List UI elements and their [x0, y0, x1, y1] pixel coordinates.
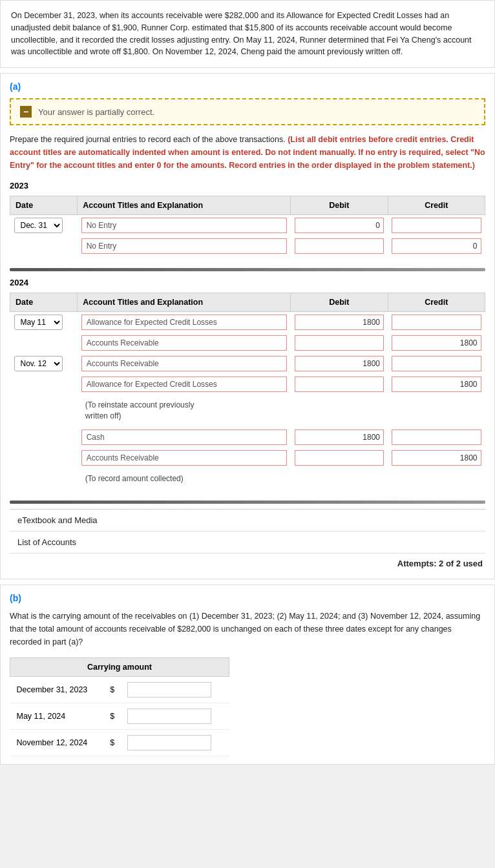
carrying-date-3: November 12, 2024: [10, 730, 104, 756]
credit-cell: [388, 448, 485, 468]
date-cell-empty: [10, 448, 78, 468]
th-date-2023: Date: [10, 196, 78, 215]
carrying-value-cell-1: [121, 677, 229, 703]
minus-icon: −: [20, 106, 32, 118]
table-row: Dec. 31: [10, 215, 485, 236]
section-a-label: (a): [10, 81, 485, 92]
table-row: [10, 427, 485, 448]
carrying-input-nov12[interactable]: [127, 735, 211, 750]
date-cell-empty: [10, 333, 78, 353]
credit-input-nov12-3[interactable]: [392, 429, 481, 445]
date-select-dec31[interactable]: Dec. 31: [14, 218, 63, 233]
credit-cell: [388, 353, 485, 374]
carrying-input-dec31[interactable]: [127, 682, 211, 698]
credit-cell: [388, 333, 485, 353]
section-b-question: What is the carrying amount of the recei…: [10, 610, 485, 648]
carrying-header: Carrying amount: [10, 658, 229, 677]
account-cell: [78, 215, 291, 236]
credit-input-2023-1[interactable]: [392, 218, 481, 233]
credit-cell: [388, 312, 485, 333]
account-input-nov12-4[interactable]: [81, 450, 287, 466]
credit-cell: [388, 427, 485, 448]
note-date-empty: [10, 468, 78, 490]
date-cell-empty: [10, 374, 78, 395]
note-date-empty: [10, 395, 78, 427]
problem-text: On December 31, 2023, when its accounts …: [0, 0, 495, 68]
table-row: December 31, 2023 $: [10, 677, 229, 703]
credit-input-2023-2[interactable]: [392, 238, 481, 254]
debit-input-nov12-1[interactable]: [295, 356, 384, 371]
debit-input-2023-2[interactable]: [295, 238, 384, 254]
account-input-may11-2[interactable]: [81, 335, 287, 351]
account-input-2023-2[interactable]: [81, 238, 287, 254]
account-cell: [78, 333, 291, 353]
credit-cell: [388, 215, 485, 236]
table-row: [10, 333, 485, 353]
table-row: [10, 236, 485, 256]
debit-input-2023-1[interactable]: [295, 218, 384, 233]
account-input-nov12-2[interactable]: [81, 377, 287, 392]
credit-input-nov12-1[interactable]: [392, 356, 481, 371]
carrying-input-may11[interactable]: [127, 708, 211, 724]
date-select-nov12[interactable]: Nov. 12: [14, 356, 63, 371]
table-row: May 11, 2024 $: [10, 703, 229, 730]
carrying-date-1: December 31, 2023: [10, 677, 104, 703]
account-cell: [78, 236, 291, 256]
instruction-text: Prepare the required journal entries to …: [10, 133, 485, 172]
th-debit-2023: Debit: [291, 196, 388, 215]
carrying-symbol-2: $: [103, 703, 121, 730]
partial-correct-msg: Your answer is partially correct.: [38, 107, 154, 117]
partial-correct-box: − Your answer is partially correct.: [10, 98, 485, 125]
date-cell: Dec. 31: [10, 215, 78, 236]
list-of-accounts-link[interactable]: List of Accounts: [10, 532, 485, 553]
debit-cell: [291, 312, 388, 333]
th-credit-2024: Credit: [388, 293, 485, 312]
debit-input-nov12-3[interactable]: [295, 429, 384, 445]
th-account-2023: Account Titles and Explanation: [78, 196, 291, 215]
date-cell: May 11: [10, 312, 78, 333]
note-cell: (To record amount collected): [78, 468, 485, 490]
note-row: (To record amount collected): [10, 468, 485, 490]
note-collected: (To record amount collected): [81, 471, 481, 487]
carrying-symbol-3: $: [103, 730, 121, 756]
credit-input-may11-1[interactable]: [392, 315, 481, 330]
divider-2023: [10, 268, 485, 271]
note-row: (To reinstate account previouslywritten …: [10, 395, 485, 427]
table-row: [10, 374, 485, 395]
th-credit-2023: Credit: [388, 196, 485, 215]
debit-cell: [291, 374, 388, 395]
journal-table-2024: Date Account Titles and Explanation Debi…: [10, 293, 485, 489]
table-row: Nov. 12: [10, 353, 485, 374]
table-row: November 12, 2024 $: [10, 730, 229, 756]
year-2024-label: 2024: [10, 278, 485, 287]
credit-input-may11-2[interactable]: [392, 335, 481, 351]
carrying-amount-table: Carrying amount December 31, 2023 $ May …: [10, 657, 229, 756]
carrying-value-cell-3: [121, 730, 229, 756]
account-input-may11-1[interactable]: [81, 315, 287, 330]
credit-input-nov12-2[interactable]: [392, 377, 481, 392]
th-date-2024: Date: [10, 293, 78, 312]
debit-cell: [291, 427, 388, 448]
credit-input-nov12-4[interactable]: [392, 450, 481, 466]
account-input-2023-1[interactable]: [81, 218, 287, 233]
section-b-label: (b): [10, 593, 485, 603]
section-b: (b) What is the carrying amount of the r…: [0, 584, 495, 765]
account-input-nov12-1[interactable]: [81, 356, 287, 371]
date-cell-empty: [10, 236, 78, 256]
etextbook-link[interactable]: eTextbook and Media: [10, 510, 485, 532]
debit-input-may11-1[interactable]: [295, 315, 384, 330]
attempts-text: Attempts: 2 of 2 used: [10, 553, 485, 571]
bottom-links: eTextbook and Media List of Accounts: [10, 509, 485, 553]
date-select-may11[interactable]: May 11: [14, 315, 63, 330]
account-cell: [78, 312, 291, 333]
debit-input-nov12-4[interactable]: [295, 450, 384, 466]
debit-input-may11-2[interactable]: [295, 335, 384, 351]
account-cell: [78, 448, 291, 468]
account-input-nov12-3[interactable]: [81, 429, 287, 445]
debit-input-nov12-2[interactable]: [295, 377, 384, 392]
carrying-date-2: May 11, 2024: [10, 703, 104, 730]
carrying-symbol-1: $: [103, 677, 121, 703]
account-cell: [78, 353, 291, 374]
date-cell-empty: [10, 427, 78, 448]
table-row: [10, 448, 485, 468]
